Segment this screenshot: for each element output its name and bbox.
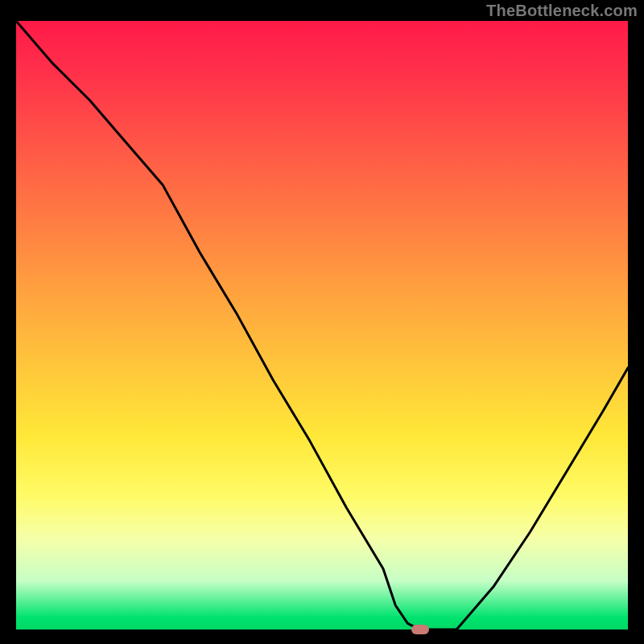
chart-line xyxy=(16,21,628,630)
bottleneck-marker xyxy=(411,625,429,634)
watermark-text: TheBottleneck.com xyxy=(486,2,638,20)
plot-area xyxy=(16,21,628,630)
bottleneck-curve-path xyxy=(16,21,628,630)
chart-frame: TheBottleneck.com xyxy=(0,0,644,644)
